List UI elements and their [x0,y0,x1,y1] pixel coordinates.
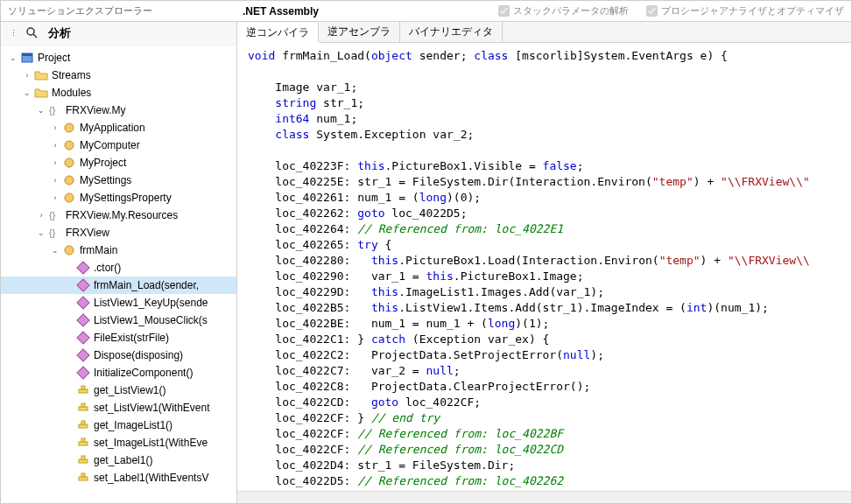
chevron-down-icon[interactable]: ⌄ [50,246,60,255]
class-icon [62,138,76,152]
chevron-right-icon[interactable]: › [50,141,60,150]
chevron-down-icon[interactable]: ⌄ [36,106,46,115]
chevron-down-icon[interactable]: ⌄ [8,53,18,62]
tree-node-set-imagelist1-witheve[interactable]: ·set_ImageList1(WithEve [1,434,236,452]
tree-node-myproject[interactable]: ›MyProject [1,154,236,172]
tree-node-initializecomponent-[interactable]: ·InitializeComponent() [1,364,236,382]
class-icon [62,156,76,170]
svg-point-7 [65,158,74,167]
chevron-right-icon[interactable]: › [50,193,60,202]
check-stack-params[interactable]: スタックパラメータの解析 [498,4,629,18]
tree-node-set-label1-witheventsv[interactable]: ·set_Label1(WithEventsV [1,469,236,486]
method-icon [76,296,90,310]
tree-node-label: frmMain_Load(sender, [94,279,236,291]
tree-node-streams[interactable]: ›Streams [1,66,236,84]
chevron-right-icon[interactable]: › [50,176,60,185]
tree-node-set-listview1-withevent[interactable]: ·set_ListView1(WithEvent [1,399,236,416]
chevron-right-icon[interactable]: › [22,71,32,80]
tree-node-mycomputer[interactable]: ›MyComputer [1,136,236,154]
folder-icon [34,68,48,82]
svg-rect-22 [79,407,88,410]
svg-rect-29 [81,456,85,459]
svg-point-9 [65,193,74,202]
tree-node-myapplication[interactable]: ›MyApplication [1,119,236,136]
class-icon [62,243,76,257]
tree-node-modules[interactable]: ⌄Modules [1,84,236,102]
svg-text:{}: {} [49,210,56,220]
dropdown-icon[interactable]: ⋮ [8,29,18,38]
tree-node-mysettingsproperty[interactable]: ›MySettingsProperty [1,189,236,206]
tree-node-label: .ctor() [94,262,236,274]
tree-node-get-listview1-[interactable]: ·get_ListView1() [1,382,236,399]
tree-node-get-imagelist1-[interactable]: ·get_ImageList1() [1,416,236,434]
tree-node-get-label1-[interactable]: ·get_Label1() [1,452,236,469]
svg-rect-16 [77,314,89,326]
sidebar-header: ⋮ 分析 [1,22,236,46]
svg-point-8 [65,176,74,185]
class-icon [62,191,76,205]
tree-node-dispose-disposing-[interactable]: ·Dispose(disposing) [1,346,236,364]
tree-node-label: MyApplication [80,122,236,134]
tree-node-label: MySettingsProperty [80,192,236,204]
code-area[interactable]: void frmMain_Load(object sender; class [… [237,43,851,491]
ns-icon: {} [48,208,62,222]
svg-point-12 [65,246,74,255]
tree-node-label: ListView1_MouseClick(s [94,314,236,326]
class-icon [62,121,76,135]
tree-node-frmmain-load-sender-[interactable]: ·frmMain_Load(sender, [1,276,236,294]
svg-rect-30 [79,477,88,480]
horizontal-scrollbar[interactable] [237,491,851,503]
chevron-right-icon[interactable]: › [50,158,60,167]
main-panel: 逆コンパイラ逆アセンブラバイナリエディタ void frmMain_Load(o… [237,22,851,503]
svg-rect-3 [22,53,32,56]
tree-node-project[interactable]: ⌄Project [1,49,236,66]
svg-rect-24 [79,424,88,428]
tree-node-label: ListView1_KeyUp(sende [94,297,236,309]
editor-tabs: 逆コンパイラ逆アセンブラバイナリエディタ [237,22,851,43]
tree-node-label: Project [38,52,236,64]
tree-node-label: set_Label1(WithEventsV [94,472,236,484]
class-icon [62,173,76,187]
chevron-right-icon[interactable]: › [50,123,60,132]
tree-node-label: get_Label1() [94,454,236,466]
tree-node-mysettings[interactable]: ›MySettings [1,172,236,189]
tree-node-frmmain[interactable]: ⌄frmMain [1,242,236,259]
tree-node-label: Streams [52,69,236,81]
prop-icon [76,436,90,450]
check-proc-analyzer[interactable]: プロシージャアナライザとオプティマイザ [646,4,844,18]
svg-rect-15 [77,297,89,309]
tree-node-label: Dispose(disposing) [94,349,236,361]
tab-0[interactable]: 逆コンパイラ [237,23,319,43]
tree-node-label: MySettings [80,174,236,186]
chevron-down-icon[interactable]: ⌄ [36,228,46,237]
tree-node-listview1-mouseclick-s[interactable]: ·ListView1_MouseClick(s [1,312,236,329]
svg-rect-20 [79,389,88,393]
ns-icon: {} [48,103,62,117]
tree-node-label: FRXView [66,227,236,239]
tree-node-fileexist-strfile-[interactable]: ·FileExist(strFile) [1,329,236,346]
tree-node-frxview-my[interactable]: ⌄{}FRXView.My [1,102,236,119]
chevron-right-icon[interactable]: › [36,211,46,220]
svg-rect-18 [77,349,89,361]
svg-rect-19 [77,367,89,379]
tree-node-listview1-keyup-sende[interactable]: ·ListView1_KeyUp(sende [1,294,236,312]
chevron-down-icon[interactable]: ⌄ [22,88,32,97]
svg-rect-31 [81,473,85,477]
folder-icon [34,86,48,100]
tree-node--ctor-[interactable]: ·.ctor() [1,259,236,276]
tree-node-frxview[interactable]: ⌄{}FRXView [1,224,236,242]
prop-icon [76,418,90,432]
svg-rect-13 [77,262,89,274]
tree-node-label: MyProject [80,157,236,169]
ns-icon: {} [48,226,62,240]
tree-node-frxview-my-resources[interactable]: ›{}FRXView.My.Resources [1,206,236,224]
tab-2[interactable]: バイナリエディタ [400,22,503,42]
svg-rect-17 [77,332,89,344]
tree-node-label: Modules [52,87,236,99]
tab-1[interactable]: 逆アセンブラ [319,22,400,42]
svg-point-0 [27,28,34,35]
method-icon [76,278,90,292]
tree-view[interactable]: ⌄Project›Streams⌄Modules⌄{}FRXView.My›My… [1,46,236,503]
svg-text:{}: {} [49,228,56,238]
analysis-icon [25,26,39,40]
